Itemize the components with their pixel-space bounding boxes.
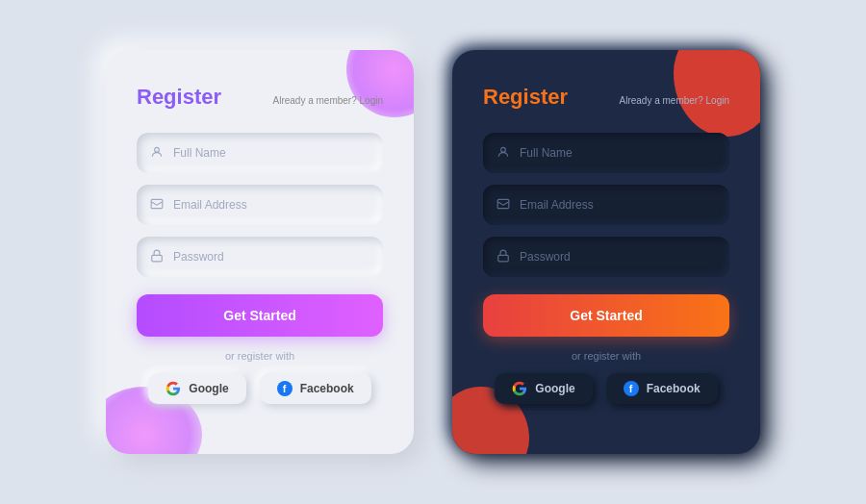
dark-password-icon bbox=[497, 249, 510, 265]
light-fullname-icon bbox=[150, 145, 164, 162]
light-password-icon bbox=[150, 249, 164, 265]
dark-facebook-label: Facebook bbox=[647, 382, 700, 395]
dark-already-member[interactable]: Already a member? Login bbox=[619, 95, 729, 106]
dark-email-wrap bbox=[483, 185, 729, 225]
light-password-wrap bbox=[137, 237, 383, 277]
light-title: Register bbox=[137, 85, 221, 110]
dark-google-button[interactable]: Google bbox=[495, 373, 592, 404]
svg-rect-5 bbox=[498, 255, 509, 261]
google-icon-dark bbox=[512, 381, 527, 396]
light-or-text: or register with bbox=[225, 350, 294, 362]
light-google-button[interactable]: Google bbox=[148, 373, 245, 404]
light-card: Register Already a member? Login Get Sta… bbox=[106, 50, 414, 454]
light-fields bbox=[137, 133, 383, 277]
dark-card: Register Already a member? Login Get Sta… bbox=[452, 50, 760, 454]
dark-fullname-input[interactable] bbox=[520, 146, 716, 160]
dark-header: Register Already a member? Login bbox=[483, 85, 729, 110]
dark-google-label: Google bbox=[535, 382, 574, 395]
light-email-icon bbox=[150, 197, 164, 214]
light-facebook-button[interactable]: f Facebook bbox=[260, 373, 371, 404]
google-icon bbox=[166, 381, 181, 396]
dark-facebook-button[interactable]: f Facebook bbox=[606, 373, 718, 404]
light-email-wrap bbox=[137, 185, 383, 225]
dark-fullname-icon bbox=[497, 145, 510, 162]
light-header: Register Already a member? Login bbox=[137, 85, 383, 110]
facebook-icon-dark: f bbox=[624, 381, 639, 396]
dark-title: Register bbox=[483, 85, 568, 110]
light-google-label: Google bbox=[189, 382, 228, 395]
dark-social-row: Google f Facebook bbox=[495, 373, 717, 404]
facebook-icon: f bbox=[277, 381, 293, 396]
dark-password-wrap bbox=[483, 237, 729, 277]
dark-email-icon bbox=[497, 197, 510, 214]
dark-fullname-wrap bbox=[483, 133, 729, 173]
dark-email-input[interactable] bbox=[520, 198, 716, 212]
light-fullname-wrap bbox=[137, 133, 383, 173]
svg-rect-1 bbox=[151, 199, 163, 208]
light-get-started-button[interactable]: Get Started bbox=[137, 294, 383, 337]
svg-rect-4 bbox=[497, 199, 509, 208]
dark-get-started-button[interactable]: Get Started bbox=[483, 294, 729, 337]
light-already-member[interactable]: Already a member? Login bbox=[272, 95, 383, 106]
svg-point-3 bbox=[501, 147, 506, 152]
light-facebook-label: Facebook bbox=[300, 382, 354, 395]
svg-rect-2 bbox=[152, 255, 163, 261]
dark-or-text: or register with bbox=[572, 350, 641, 362]
svg-point-0 bbox=[155, 147, 160, 152]
dark-password-input[interactable] bbox=[520, 250, 716, 264]
light-password-input[interactable] bbox=[173, 250, 369, 264]
light-fullname-input[interactable] bbox=[173, 146, 369, 160]
light-email-input[interactable] bbox=[173, 198, 369, 212]
light-social-row: Google f Facebook bbox=[148, 373, 370, 404]
dark-fields bbox=[483, 133, 729, 277]
